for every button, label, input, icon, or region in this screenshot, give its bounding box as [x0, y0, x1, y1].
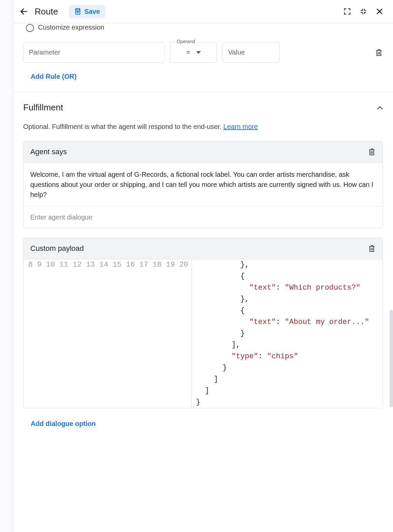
panel-header: Route Save [13, 0, 393, 23]
code-editor[interactable]: 8 9 10 11 12 13 14 15 16 17 18 19 20 }, … [24, 259, 383, 408]
trash-icon [368, 147, 376, 156]
agent-says-header: Agent says [24, 141, 383, 163]
trash-icon [368, 244, 376, 253]
operand-floating-label: Operand [175, 39, 197, 44]
agent-dialogue-input[interactable]: Enter agent dialogue [24, 207, 383, 228]
collapse-icon [377, 106, 383, 110]
fulfillment-section-header[interactable]: Fulfillment [23, 102, 383, 113]
section-divider [13, 92, 393, 92]
value-placeholder: Value [228, 48, 245, 56]
scrollbar-thumb[interactable] [390, 310, 393, 407]
close-icon [376, 7, 384, 15]
condition-rule-row: Parameter Operand = Value [23, 42, 383, 63]
custom-payload-card: Custom payload 8 9 10 11 12 13 14 15 16 … [23, 238, 383, 408]
code-content: }, { "text": "Which products?" }, { "tex… [192, 259, 373, 408]
fulfillment-description: Optional. Fulfillment is what the agent … [23, 122, 383, 132]
radio-icon [26, 24, 34, 32]
customize-expression-label: Customize expression [38, 24, 104, 31]
back-button[interactable] [17, 5, 31, 18]
operand-select[interactable]: Operand = [170, 42, 217, 63]
add-rule-button[interactable]: Add Rule (OR) [31, 73, 77, 80]
agent-says-text[interactable]: Welcome, I am the virtual agent of G-Rec… [24, 163, 383, 207]
close-button[interactable] [373, 5, 386, 18]
exit-fullscreen-icon [360, 8, 367, 15]
panel-content: Customize expression Parameter Operand =… [13, 23, 393, 532]
save-icon [74, 8, 81, 15]
svg-marker-5 [196, 51, 201, 54]
customize-expression-radio[interactable]: Customize expression [23, 23, 383, 33]
fulfillment-title: Fulfillment [23, 102, 63, 113]
delete-custom-payload-button[interactable] [368, 244, 376, 253]
arrow-left-icon [20, 7, 28, 16]
learn-more-link[interactable]: Learn more [223, 123, 258, 130]
operand-value: = [186, 48, 190, 56]
dropdown-icon [196, 51, 201, 54]
save-label: Save [84, 8, 100, 15]
agent-says-title: Agent says [30, 147, 67, 156]
panel-title: Route [35, 6, 58, 17]
value-input[interactable]: Value [222, 42, 280, 63]
agent-says-card: Agent says Welcome, I am the virtual age… [23, 141, 383, 228]
parameter-input[interactable]: Parameter [23, 42, 165, 63]
route-panel: Route Save Customize expression [13, 0, 393, 532]
delete-agent-says-button[interactable] [368, 147, 376, 156]
delete-rule-button[interactable] [375, 48, 383, 57]
code-gutter: 8 9 10 11 12 13 14 15 16 17 18 19 20 [24, 259, 192, 408]
trash-icon [375, 48, 383, 57]
add-dialogue-option-button[interactable]: Add dialogue option [31, 420, 96, 428]
parameter-placeholder: Parameter [29, 48, 60, 56]
exit-fullscreen-button[interactable] [357, 5, 370, 18]
fullscreen-button[interactable] [341, 5, 354, 18]
save-button[interactable]: Save [69, 5, 105, 18]
custom-payload-title: Custom payload [30, 244, 84, 253]
fullscreen-icon [344, 8, 351, 15]
custom-payload-header: Custom payload [24, 238, 383, 259]
